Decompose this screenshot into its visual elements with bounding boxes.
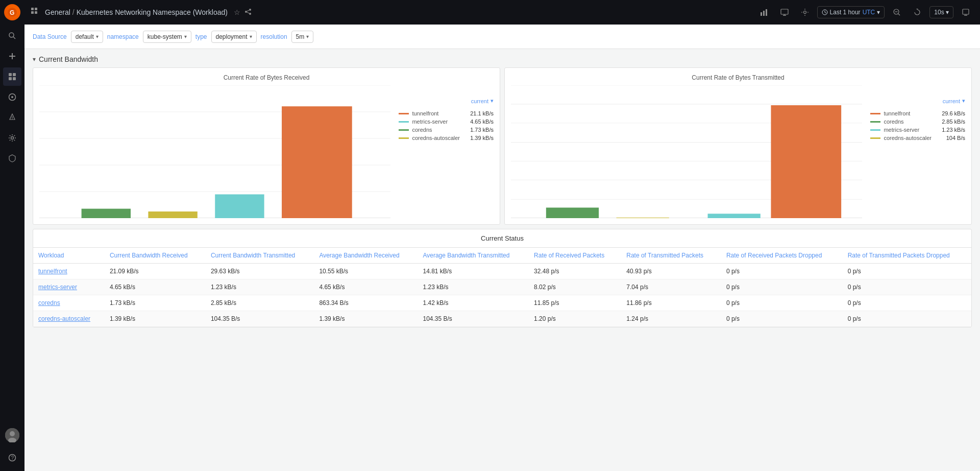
section-header[interactable]: ▾ Current Bandwidth bbox=[33, 55, 972, 63]
bar-transmitted-coredns bbox=[546, 207, 599, 218]
sidebar-item-shield[interactable] bbox=[3, 149, 21, 168]
col-rtpd: Rate of Transmitted Packets Dropped bbox=[843, 248, 971, 264]
namespace-select[interactable]: kube-system ▾ bbox=[143, 31, 191, 43]
zoom-out-btn[interactable] bbox=[889, 4, 905, 20]
legend-value-t-tunnelfront: 29.6 kB/s bbox=[935, 110, 965, 116]
svg-line-3 bbox=[13, 37, 15, 39]
legend-color-t-tunnelfront bbox=[870, 113, 880, 114]
table-cell: 2.85 kB/s bbox=[206, 295, 314, 311]
table-cell: 4.65 kB/s bbox=[314, 279, 418, 295]
table-cell: 11.85 p/s bbox=[529, 295, 621, 311]
status-table-panel: Current Status Workload Current Bandwidt… bbox=[33, 229, 972, 327]
table-cell: 1.39 kB/s bbox=[314, 311, 418, 327]
table-cell: 0 p/s bbox=[843, 279, 971, 295]
sidebar-item-add[interactable] bbox=[3, 47, 21, 65]
graph-view-btn[interactable] bbox=[756, 4, 772, 20]
svg-point-25 bbox=[245, 11, 247, 13]
chart-received-title: Current Rate of Bytes Received bbox=[39, 74, 494, 81]
chart-transmitted-legend-header[interactable]: current ▾ bbox=[870, 98, 965, 104]
timezone-chevron: ▾ bbox=[877, 9, 880, 16]
col-abr: Average Bandwidth Received bbox=[314, 248, 418, 264]
star-icon[interactable]: ☆ bbox=[234, 8, 240, 16]
svg-rect-6 bbox=[9, 73, 12, 76]
svg-rect-29 bbox=[761, 12, 762, 16]
time-range-picker[interactable]: Last 1 hour UTC ▾ bbox=[817, 6, 885, 18]
table-cell: 104.35 B/s bbox=[206, 311, 314, 327]
legend-item-metrics-server: metrics-server 4.65 kB/s bbox=[399, 119, 494, 125]
table-row: tunnelfront21.09 kB/s29.63 kB/s10.55 kB/… bbox=[33, 264, 971, 279]
workload-link[interactable]: tunnelfront bbox=[33, 264, 105, 279]
legend-item-t-coredns-autoscaler: coredns-autoscaler 104 B/s bbox=[870, 135, 965, 141]
svg-rect-21 bbox=[35, 8, 37, 10]
type-label: type bbox=[195, 33, 207, 40]
main-area: General / Kubernetes Networking Namespac… bbox=[24, 0, 980, 471]
time-range-label: Last 1 hour bbox=[830, 9, 861, 16]
tv-mode-btn[interactable] bbox=[958, 4, 974, 20]
data-source-select[interactable]: default ▾ bbox=[71, 31, 103, 43]
svg-rect-8 bbox=[9, 77, 12, 80]
sidebar-item-help[interactable]: ? bbox=[3, 449, 21, 467]
legend-value-tunnelfront: 21.1 kB/s bbox=[463, 110, 494, 116]
tv-btn[interactable] bbox=[776, 4, 793, 20]
charts-row: Current Rate of Bytes Received 25 bbox=[33, 67, 972, 225]
svg-line-27 bbox=[247, 10, 249, 11]
app-logo[interactable]: G bbox=[4, 4, 20, 20]
table-cell: 40.93 p/s bbox=[621, 264, 721, 279]
sidebar-item-dashboards[interactable] bbox=[3, 67, 21, 86]
type-select[interactable]: deployment ▾ bbox=[211, 31, 257, 43]
namespace-label: namespace bbox=[107, 33, 139, 40]
settings-btn[interactable] bbox=[797, 4, 813, 20]
table-cell: 32.48 p/s bbox=[529, 264, 621, 279]
table-cell: 1.23 kB/s bbox=[206, 279, 314, 295]
topbar-right: Last 1 hour UTC ▾ 10s ▾ bbox=[756, 4, 974, 20]
chart-received-svg: 25 kB/s 20 kB/s 15 kB/s 10 kB/s 5 kB/s 0… bbox=[39, 85, 390, 218]
bar-transmitted-metrics-server bbox=[708, 214, 761, 218]
workload-link[interactable]: metrics-server bbox=[33, 279, 105, 295]
refresh-btn[interactable] bbox=[909, 4, 925, 20]
toolbar: Data Source default ▾ namespace kube-sys… bbox=[24, 25, 980, 49]
section-chevron: ▾ bbox=[33, 56, 36, 63]
legend-color-t-coredns bbox=[870, 121, 880, 123]
table-cell: 29.63 kB/s bbox=[206, 264, 314, 279]
refresh-rate-select[interactable]: 10s ▾ bbox=[929, 6, 953, 18]
share-icon[interactable] bbox=[244, 8, 252, 17]
table-cell: 14.81 kB/s bbox=[418, 264, 529, 279]
svg-rect-9 bbox=[13, 77, 16, 80]
table-row: coredns-autoscaler1.39 kB/s104.35 B/s1.3… bbox=[33, 311, 971, 327]
sidebar-item-search[interactable] bbox=[3, 27, 21, 45]
svg-point-14 bbox=[11, 137, 14, 139]
col-cbt: Current Bandwidth Transmitted bbox=[206, 248, 314, 264]
resolution-select[interactable]: 5m ▾ bbox=[291, 31, 314, 43]
resolution-arrow: ▾ bbox=[306, 34, 309, 39]
table-cell: 1.42 kB/s bbox=[418, 295, 529, 311]
svg-point-24 bbox=[249, 9, 251, 11]
namespace-arrow: ▾ bbox=[184, 34, 187, 39]
chart-received-legend-header[interactable]: current ▾ bbox=[399, 98, 494, 104]
workload-link[interactable]: coredns-autoscaler bbox=[33, 311, 105, 327]
chart-transmitted-title: Current Rate of Bytes Transmitted bbox=[511, 74, 965, 81]
svg-point-13 bbox=[12, 119, 13, 120]
legend-item-coredns-autoscaler: coredns-autoscaler 1.39 kB/s bbox=[399, 135, 494, 141]
bar-received-coredns bbox=[82, 209, 131, 218]
table-cell: 7.04 p/s bbox=[621, 279, 721, 295]
table-cell: 21.09 kB/s bbox=[105, 264, 206, 279]
chart-received-legend: current ▾ tunnelfront 21.1 kB/s metrics-… bbox=[399, 85, 494, 218]
table-cell: 863.34 B/s bbox=[314, 295, 418, 311]
table-cell: 1.73 kB/s bbox=[105, 295, 206, 311]
chart-transmitted-svg: 35 kB/s 30 kB/s 25 kB/s 20 kB/s 15 kB/s … bbox=[511, 85, 862, 218]
user-avatar[interactable] bbox=[5, 428, 19, 442]
breadcrumb-general[interactable]: General bbox=[45, 8, 70, 16]
sidebar-item-explore[interactable] bbox=[3, 88, 21, 106]
table-cell: 0 p/s bbox=[843, 311, 971, 327]
legend-name-t-metrics-server: metrics-server bbox=[884, 127, 932, 133]
sidebar-item-settings[interactable] bbox=[3, 129, 21, 147]
legend-item-t-coredns: coredns 2.85 kB/s bbox=[870, 119, 965, 125]
legend-color-tunnelfront bbox=[399, 113, 409, 114]
table-cell: 8.02 p/s bbox=[529, 279, 621, 295]
table-row: metrics-server4.65 kB/s1.23 kB/s4.65 kB/… bbox=[33, 279, 971, 295]
workload-link[interactable]: coredns bbox=[33, 295, 105, 311]
sidebar-item-alerting[interactable] bbox=[3, 108, 21, 127]
col-cbr: Current Bandwidth Received bbox=[105, 248, 206, 264]
table-cell: 1.20 p/s bbox=[529, 311, 621, 327]
breadcrumb-current: Kubernetes Networking Namespace (Workloa… bbox=[77, 8, 228, 16]
